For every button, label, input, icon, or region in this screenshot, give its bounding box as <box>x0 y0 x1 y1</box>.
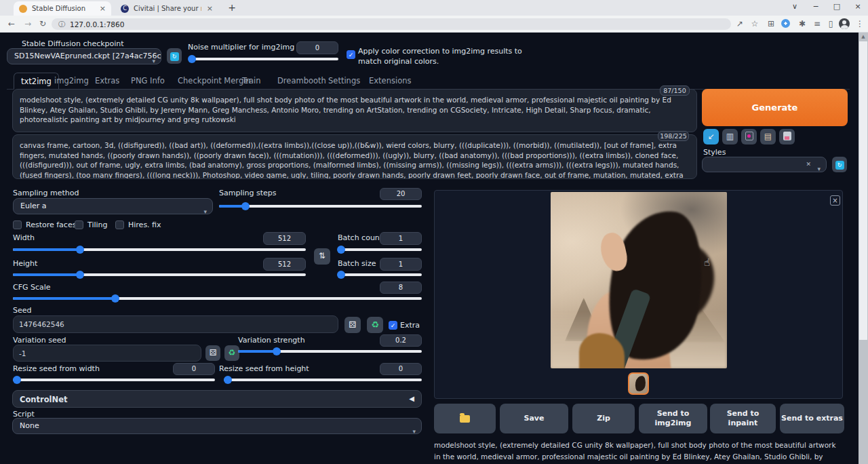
negative-prompt-textarea[interactable]: canvas frame, cartoon, 3d, ((disfigured)… <box>12 134 697 179</box>
zip-button[interactable]: Zip <box>572 404 635 433</box>
close-tab-icon[interactable]: × <box>94 4 106 13</box>
browser-tab-civitai[interactable]: C Civitai | Share your models × <box>115 1 218 16</box>
noise-multiplier-value[interactable]: 0 <box>296 41 338 54</box>
generation-info-text: modelshoot style, (extremely detailed CG… <box>434 440 842 464</box>
apps-grid-icon[interactable]: ⊞ <box>765 18 777 30</box>
bookmark-star-icon[interactable]: ☆ <box>749 18 761 30</box>
folder-icon <box>460 415 470 423</box>
resize-seed-width-value[interactable]: 0 <box>173 363 215 375</box>
url-bar[interactable]: ⓘ 127.0.0.1:7860 <box>52 18 731 30</box>
generated-image[interactable] <box>551 192 727 368</box>
script-dropdown[interactable]: None ▾ <box>12 418 422 434</box>
random-variation-seed-button[interactable]: ⚄ <box>205 345 220 361</box>
height-value[interactable]: 512 <box>263 258 306 271</box>
scrollbar-up-icon[interactable]: ▲ <box>859 33 868 41</box>
width-slider[interactable] <box>13 245 306 254</box>
reuse-variation-seed-button[interactable]: ♻ <box>224 345 239 361</box>
refresh-checkpoints-button[interactable]: ↻ <box>167 48 182 64</box>
seed-input[interactable]: 1476462546 <box>13 315 338 333</box>
swap-width-height-button[interactable]: ⇅ <box>314 248 330 265</box>
generate-button[interactable]: Generate <box>702 89 848 126</box>
close-tab-icon[interactable]: × <box>201 4 213 13</box>
reading-list-icon[interactable]: ≡ <box>811 18 823 30</box>
tiling-checkbox[interactable] <box>75 220 83 229</box>
paste-generation-params-button[interactable]: ↙ <box>703 129 719 144</box>
color-correction-checkbox[interactable]: ✓ <box>347 50 355 59</box>
controlnet-accordion[interactable]: ControlNet ◀ <box>12 390 422 408</box>
save-button[interactable]: Save <box>500 404 568 433</box>
cfg-scale-value[interactable]: 8 <box>380 282 422 294</box>
back-icon[interactable]: ← <box>5 18 18 30</box>
clear-styles-icon[interactable]: ✕ <box>806 157 811 172</box>
styles-dropdown[interactable]: ✕ ▾ <box>702 157 827 172</box>
browser-tab-stable-diffusion[interactable]: Stable Diffusion × <box>14 1 111 16</box>
sampling-method-dropdown[interactable]: Euler a ▾ <box>13 198 213 214</box>
clear-prompt-button[interactable]: ▥ <box>722 129 738 144</box>
chevron-down-icon: ▾ <box>152 54 155 64</box>
extensions-icon[interactable]: ✱ <box>796 18 808 30</box>
window-close-button[interactable]: × <box>852 2 864 11</box>
send-to-inpaint-button[interactable]: Send to inpaint <box>710 404 776 433</box>
resize-seed-height-value[interactable]: 0 <box>380 363 422 375</box>
apply-styles-button[interactable]: ▤ <box>760 129 776 144</box>
tab-checkpoint-merger[interactable]: Checkpoint Merger <box>178 73 252 90</box>
cfg-scale-slider[interactable] <box>13 294 422 303</box>
noise-multiplier-slider[interactable] <box>191 54 338 64</box>
batch-count-slider[interactable] <box>338 245 422 254</box>
resize-seed-width-label: Resize seed from width <box>13 364 100 373</box>
checkpoint-dropdown[interactable]: SD15NewVAEpruned.ckpt [27a4ac756c] ▾ <box>7 48 161 64</box>
window-minimize-button[interactable]: − <box>810 2 822 11</box>
width-value[interactable]: 512 <box>263 232 306 245</box>
browser-toolbar: ← → ↻ ⓘ 127.0.0.1:7860 ↗ ☆ ⊞ ✱ ≡ ▯ ⋮ <box>0 16 868 33</box>
extension-badge-icon[interactable] <box>781 19 790 28</box>
share-icon[interactable]: ↗ <box>734 18 746 30</box>
sampling-steps-slider[interactable] <box>219 201 422 211</box>
forward-icon[interactable]: → <box>22 18 34 30</box>
extra-seed-checkbox[interactable]: ✓ <box>389 321 397 330</box>
side-panel-icon[interactable]: ▯ <box>825 18 837 30</box>
gallery-thumbnail[interactable] <box>628 372 649 395</box>
tab-png-info[interactable]: PNG Info <box>131 73 165 90</box>
random-seed-button[interactable]: ⚄ <box>344 317 361 333</box>
window-maximize-button[interactable]: □ <box>831 2 843 11</box>
batch-size-slider[interactable] <box>338 270 422 279</box>
open-output-folder-button[interactable] <box>434 404 496 433</box>
refresh-styles-button[interactable]: ↻ <box>832 157 847 172</box>
resize-seed-height-slider[interactable] <box>224 375 422 385</box>
variation-strength-slider[interactable] <box>238 347 422 356</box>
browser-chrome: Stable Diffusion × C Civitai | Share you… <box>0 0 868 33</box>
reload-icon[interactable]: ↻ <box>37 18 49 30</box>
send-to-img2img-button[interactable]: Send to img2img <box>639 404 707 433</box>
tab-img2img[interactable]: img2img <box>54 73 89 90</box>
url-text: 127.0.0.1:7860 <box>70 20 124 28</box>
send-to-extras-button[interactable]: Send to extras <box>780 404 844 433</box>
new-tab-button[interactable]: + <box>226 2 238 13</box>
height-slider[interactable] <box>13 270 306 279</box>
tab-extensions[interactable]: Extensions <box>369 73 411 90</box>
page-scrollbar[interactable]: ▲ <box>859 33 868 464</box>
save-style-icon <box>783 132 791 140</box>
browser-menu-icon[interactable]: ⋮ <box>854 18 866 30</box>
window-chevron-icon[interactable]: ∨ <box>789 2 801 11</box>
site-info-icon[interactable]: ⓘ <box>58 20 65 29</box>
tab-extras[interactable]: Extras <box>95 73 119 90</box>
batch-size-value[interactable]: 1 <box>380 258 422 271</box>
restore-faces-checkbox[interactable] <box>13 220 22 229</box>
reuse-seed-button[interactable]: ♻ <box>367 317 383 333</box>
tab-settings[interactable]: Settings <box>328 73 360 90</box>
batch-count-value[interactable]: 1 <box>380 232 422 245</box>
close-preview-button[interactable]: × <box>830 195 840 206</box>
hires-fix-checkbox[interactable] <box>115 220 124 229</box>
tab-dreambooth[interactable]: Dreambooth <box>277 73 326 90</box>
extra-networks-button[interactable] <box>741 129 757 144</box>
scrollbar-thumb[interactable] <box>859 41 867 340</box>
profile-avatar[interactable] <box>839 18 850 29</box>
resize-seed-width-slider[interactable] <box>13 375 215 385</box>
variation-seed-input[interactable]: -1 <box>13 345 201 362</box>
sampling-steps-value[interactable]: 20 <box>380 188 422 200</box>
tab-txt2img[interactable]: txt2img <box>14 73 59 90</box>
prompt-textarea[interactable]: modelshoot style, (extremely detailed CG… <box>12 89 697 132</box>
variation-strength-value[interactable]: 0.2 <box>380 334 422 347</box>
tab-train[interactable]: Train <box>242 73 261 90</box>
save-style-button[interactable] <box>779 129 795 144</box>
